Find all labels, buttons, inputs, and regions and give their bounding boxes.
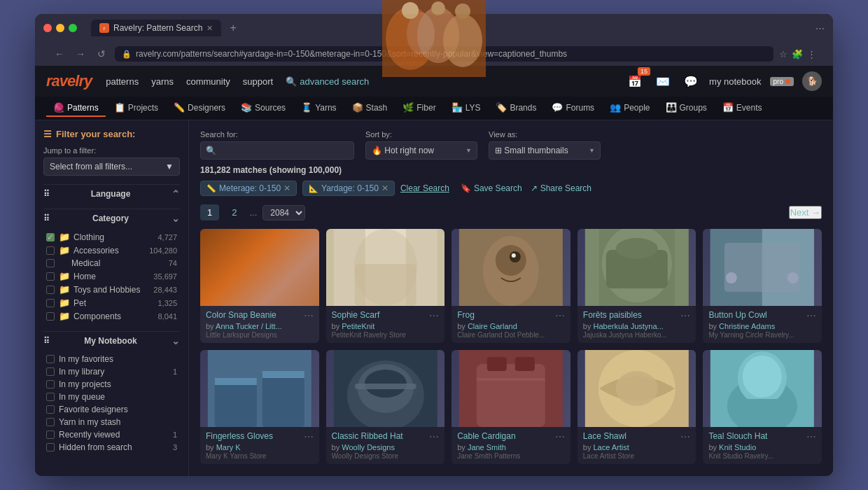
pet-checkbox[interactable] xyxy=(46,299,55,307)
pattern-more-9[interactable]: ⋯ xyxy=(680,431,690,442)
page-1-button[interactable]: 1 xyxy=(200,204,219,220)
meterage-remove-icon[interactable]: ✕ xyxy=(284,183,290,193)
category-toys[interactable]: 📁 Toys and Hobbies 28,443 xyxy=(43,283,180,296)
pattern-designer-8[interactable]: Jane Smith xyxy=(468,443,506,451)
pattern-designer-2[interactable]: PetiteKnit xyxy=(342,322,374,330)
sec-nav-fiber[interactable]: 🌿 Fiber xyxy=(396,99,442,117)
nav-yarns[interactable]: yarns xyxy=(151,76,174,87)
next-button[interactable]: Next → xyxy=(789,206,822,219)
pattern-more-7[interactable]: ⋯ xyxy=(429,431,439,442)
toys-checkbox[interactable] xyxy=(46,286,55,294)
pattern-card-8[interactable]: Cable Cardigan ⋯ by Jane Smith Jane Smit… xyxy=(451,350,570,464)
my-notebook-link[interactable]: my notebook xyxy=(709,76,761,87)
pattern-card-4[interactable]: Forêts paisibles ⋯ by Haberkula Justyna.… xyxy=(578,229,696,343)
pattern-name-6[interactable]: Fingerless Gloves xyxy=(206,431,273,442)
pattern-name-3[interactable]: Frog xyxy=(457,310,475,321)
pattern-card-5[interactable]: Button Up Cowl ⋯ by Christine Adams My Y… xyxy=(703,229,822,343)
components-checkbox[interactable] xyxy=(46,312,55,321)
jump-filter-select[interactable]: Select from all filters... ▼ xyxy=(43,158,180,176)
pattern-name-8[interactable]: Cable Cardigan xyxy=(457,431,515,442)
sec-nav-groups[interactable]: 👪 Groups xyxy=(659,99,714,117)
sec-nav-people[interactable]: 👥 People xyxy=(603,99,657,117)
notebook-recently-viewed[interactable]: Recently viewed 1 xyxy=(43,428,180,441)
sec-nav-forums[interactable]: 💬 Forums xyxy=(545,99,601,117)
pattern-more-5[interactable]: ⋯ xyxy=(806,310,816,321)
stash-checkbox[interactable] xyxy=(46,418,55,426)
yardage-remove-icon[interactable]: ✕ xyxy=(382,183,388,193)
pattern-card-6[interactable]: Fingerless Gloves ⋯ by Mary K Mary K Yar… xyxy=(200,350,319,464)
pattern-designer-7[interactable]: Woolly Designs xyxy=(342,443,395,451)
pattern-more-6[interactable]: ⋯ xyxy=(304,431,314,442)
nav-patterns[interactable]: patterns xyxy=(106,76,139,87)
pattern-more-1[interactable]: ⋯ xyxy=(304,310,314,321)
pattern-more-8[interactable]: ⋯ xyxy=(555,431,565,442)
pattern-more-4[interactable]: ⋯ xyxy=(680,310,690,321)
pattern-name-1[interactable]: Color Snap Beanie xyxy=(206,310,276,321)
pattern-name-10[interactable]: Teal Slouch Hat xyxy=(708,431,767,442)
queue-checkbox[interactable] xyxy=(46,393,55,401)
pattern-card-3[interactable]: Frog ⋯ by Claire Garland Claire Garland … xyxy=(451,229,570,343)
pro-badge[interactable]: pro xyxy=(770,77,794,86)
view-select[interactable]: ⊞ Small thumbnails xyxy=(489,141,601,160)
home-checkbox[interactable] xyxy=(46,272,55,281)
sec-nav-designers[interactable]: ✏️ Designers xyxy=(167,99,232,117)
pattern-designer-4[interactable]: Haberkula Justyna... xyxy=(593,322,663,330)
language-section-toggle[interactable]: ⠿ Language ⌃ xyxy=(43,184,180,203)
category-components[interactable]: 📁 Components 8,041 xyxy=(43,309,180,323)
sec-nav-yarns[interactable]: 🧵 Yarns xyxy=(294,99,343,117)
pattern-card-2[interactable]: Sophie Scarf ⋯ by PetiteKnit PetiteKnit … xyxy=(326,229,445,343)
notebook-favorites[interactable]: In my favorites xyxy=(43,353,180,365)
nav-advanced-search[interactable]: 🔍 advanced search xyxy=(286,76,369,87)
pattern-more-3[interactable]: ⋯ xyxy=(555,310,565,321)
sec-nav-sources[interactable]: 📚 Sources xyxy=(234,99,293,117)
sec-nav-brands[interactable]: 🏷️ Brands xyxy=(489,99,543,117)
share-search-link[interactable]: ↗ Share Search xyxy=(531,183,592,193)
notebook-queue[interactable]: In my queue xyxy=(43,391,180,403)
notebook-stash[interactable]: Yarn in my stash xyxy=(43,416,180,428)
pattern-designer-9[interactable]: Lace Artist xyxy=(593,443,629,451)
pattern-more-2[interactable]: ⋯ xyxy=(429,310,439,321)
pattern-card-9[interactable]: Lace Shawl ⋯ by Lace Artist Lace Artist … xyxy=(578,350,696,464)
fav-designers-checkbox[interactable] xyxy=(46,405,55,414)
pattern-name-5[interactable]: Button Up Cowl xyxy=(708,310,766,321)
search-input[interactable] xyxy=(200,141,354,160)
category-pet[interactable]: 📁 Pet 1,325 xyxy=(43,296,180,309)
pattern-designer-1[interactable]: Anna Tucker / Litt... xyxy=(216,322,282,330)
projects-checkbox[interactable] xyxy=(46,380,55,388)
meterage-pill[interactable]: 📏 Meterage: 0-150 ✕ xyxy=(200,181,297,196)
pattern-designer-5[interactable]: Christine Adams xyxy=(719,322,775,330)
sec-nav-patterns[interactable]: 🧶 Patterns xyxy=(46,99,106,117)
sort-select[interactable]: 🔥 Hot right now xyxy=(365,141,477,160)
pattern-more-10[interactable]: ⋯ xyxy=(806,431,816,442)
pattern-card-10[interactable]: Teal Slouch Hat ⋯ by Knit Studio Knit St… xyxy=(703,350,822,464)
pattern-card-1[interactable]: Color Snap Beanie ⋯ by Anna Tucker / Lit… xyxy=(200,229,319,343)
medical-checkbox[interactable] xyxy=(46,259,55,267)
sec-nav-lys[interactable]: 🏪 LYS xyxy=(444,99,488,117)
category-accessories[interactable]: 📁 Accessories 104,280 xyxy=(43,244,180,257)
favorites-checkbox[interactable] xyxy=(46,355,55,363)
notebook-section-toggle[interactable]: ⠿ My Notebook ⌄ xyxy=(43,331,180,350)
save-search-link[interactable]: 🔖 Save Search xyxy=(461,183,522,193)
recently-viewed-checkbox[interactable] xyxy=(46,430,55,439)
pattern-card-7[interactable]: Classic Ribbed Hat ⋯ by Woolly Designs W… xyxy=(326,350,445,464)
pattern-name-2[interactable]: Sophie Scarf xyxy=(332,310,380,321)
notebook-library[interactable]: In my library 1 xyxy=(43,365,180,378)
page-2-button[interactable]: 2 xyxy=(225,204,244,220)
library-checkbox[interactable] xyxy=(46,368,55,376)
pattern-designer-6[interactable]: Mary K xyxy=(216,443,241,451)
clothing-checkbox[interactable]: ✓ xyxy=(46,233,55,241)
pattern-name-4[interactable]: Forêts paisibles xyxy=(583,310,642,321)
category-section-toggle[interactable]: ⠿ Category ⌄ xyxy=(43,209,180,227)
accessories-checkbox[interactable] xyxy=(46,246,55,255)
sec-nav-projects[interactable]: 📋 Projects xyxy=(107,99,165,117)
hidden-checkbox[interactable] xyxy=(46,443,55,451)
nav-support[interactable]: support xyxy=(243,76,273,87)
pattern-name-9[interactable]: Lace Shawl xyxy=(583,431,626,442)
nav-community[interactable]: community xyxy=(186,76,230,87)
category-medical[interactable]: Medical 74 xyxy=(43,257,180,270)
category-clothing[interactable]: ✓ 📁 Clothing 4,727 xyxy=(43,230,180,244)
clear-search-link[interactable]: Clear Search xyxy=(400,183,449,193)
notebook-hidden[interactable]: Hidden from search 3 xyxy=(43,441,180,454)
pattern-designer-10[interactable]: Knit Studio xyxy=(719,443,756,451)
sec-nav-events[interactable]: 📅 Events xyxy=(715,99,769,117)
